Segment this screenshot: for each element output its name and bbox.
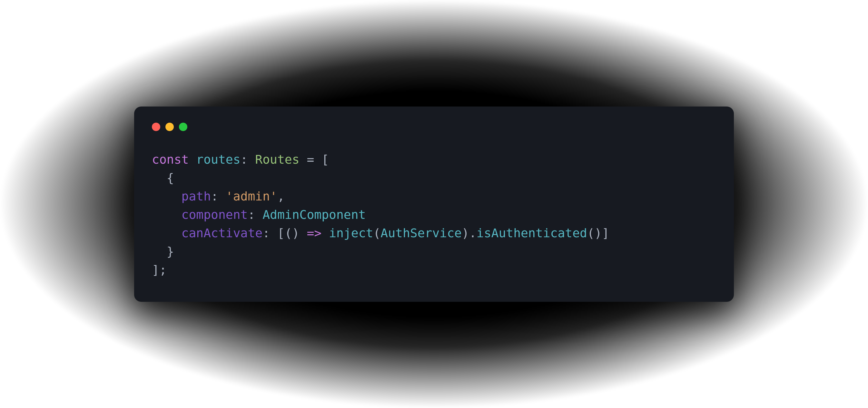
stage: const routes: Routes = [ { path: 'admin'… xyxy=(0,0,868,408)
code-token: 'admin' xyxy=(226,189,277,203)
code-token: const xyxy=(152,152,189,167)
code-token xyxy=(152,208,182,222)
code-token: : xyxy=(248,208,262,222)
code-token: : [ xyxy=(262,226,285,240)
code-token: AdminComponent xyxy=(262,208,366,222)
code-token: path xyxy=(182,189,211,203)
code-token xyxy=(152,226,182,240)
code-token: Routes xyxy=(255,152,299,167)
code-token: isAuthenticated xyxy=(476,226,587,240)
traffic-light-minimize-icon[interactable] xyxy=(165,123,174,131)
code-window: const routes: Routes = [ { path: 'admin'… xyxy=(134,107,734,302)
code-token: ()] xyxy=(587,226,610,240)
window-titlebar xyxy=(152,123,716,131)
code-token: : xyxy=(211,189,226,203)
code-token: () xyxy=(285,226,300,240)
code-token xyxy=(300,226,307,240)
code-token: => xyxy=(307,226,321,240)
code-token: , xyxy=(277,189,285,203)
code-token xyxy=(189,152,196,167)
code-token xyxy=(321,226,329,240)
traffic-light-close-icon[interactable] xyxy=(152,123,160,131)
code-token: AuthService xyxy=(380,226,462,240)
code-token: = [ xyxy=(300,152,329,167)
code-token: : xyxy=(241,152,255,167)
code-token: component xyxy=(182,208,248,222)
code-token xyxy=(152,189,182,203)
code-token: } xyxy=(152,244,174,259)
code-token: { xyxy=(152,171,174,185)
code-block: const routes: Routes = [ { path: 'admin'… xyxy=(152,150,716,279)
code-token: ]; xyxy=(152,263,167,277)
code-token: inject xyxy=(329,226,373,240)
code-token: ( xyxy=(373,226,380,240)
code-token: routes xyxy=(196,152,240,167)
code-token: ). xyxy=(462,226,476,240)
traffic-light-zoom-icon[interactable] xyxy=(179,123,187,131)
code-token: canActivate xyxy=(182,226,263,240)
